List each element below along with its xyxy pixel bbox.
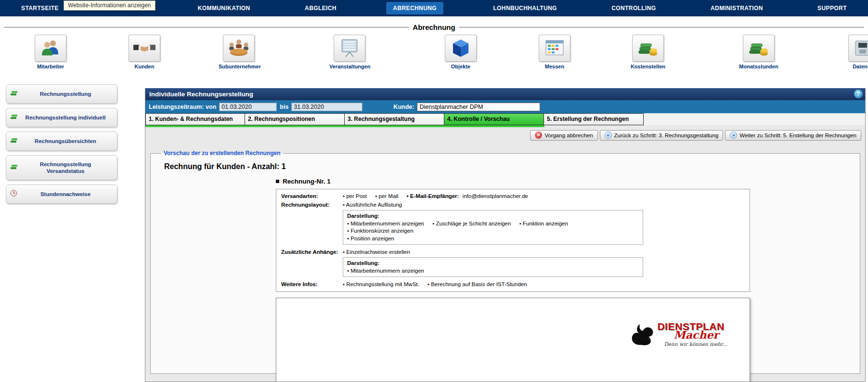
versand-email-value: info@dienstplanmacher.de <box>463 193 528 199</box>
nav-item-administration[interactable]: ADMINISTRATION <box>706 2 768 14</box>
filter-bar: Leistungszeitraum: von bis Kunde: <box>145 100 865 113</box>
weitere-info: • Berechnung auf Basis der IST-Stunden <box>428 281 527 287</box>
sidebar-item-rechnungsstellung-versandstatus[interactable]: Rechnungsstellung Versandstatus <box>6 155 117 180</box>
tab-1-kunden-rechnungsdaten[interactable]: 1. Kunden- & Rechnungsdaten <box>145 113 245 125</box>
nav-item-support[interactable]: SUPPORT <box>813 2 852 14</box>
to-label: bis <box>280 104 288 110</box>
toolbar-label: Objekte <box>440 64 481 69</box>
meeting-table-icon <box>228 39 250 57</box>
nav-item-lohnbuchhaltung[interactable]: LOHNBUCHHALTUNG <box>488 2 561 14</box>
cancel-process-button[interactable]: ✕ Vorgang abbrechen <box>530 130 597 141</box>
preview-fieldset: Vorschau der zu erstellenden Rechnungen … <box>150 150 860 374</box>
next-step-button[interactable]: » Weiter zu Schritt: 5. Erstellung der R… <box>725 130 861 141</box>
page-title-row: Abrechnung <box>0 22 868 32</box>
help-icon[interactable]: ? <box>854 90 863 98</box>
nav-item-startseite[interactable]: STARTSEITE <box>16 2 64 14</box>
toolbar-label: Messen <box>534 64 575 69</box>
tab-3-rechnungsgestaltung[interactable]: 3. Rechnungsgestaltung <box>345 113 444 125</box>
tab-5-erstellung-der-rechnungen[interactable]: 5. Erstellung der Rechnungen <box>544 113 644 125</box>
customer-input[interactable] <box>417 103 540 111</box>
invoice-document-preview: DIENSTPLAN Macher Denn wir können mehr..… <box>276 298 750 382</box>
sidebar-item-label: Stundennachweise <box>40 191 91 198</box>
layout-darstellung-box: Darstellung: • Mitarbeiternummern anzeig… <box>343 210 643 245</box>
cancel-label: Vorgang abbrechen <box>544 132 593 138</box>
nav-item-abgleich[interactable]: ABGLEICH <box>300 2 341 14</box>
tab-2-rechnungspositionen[interactable]: 2. Rechnungspositionen <box>245 113 345 125</box>
sidebar-item-label: Rechnungsübersichten <box>35 138 96 145</box>
cancel-icon: ✕ <box>535 132 542 139</box>
sidebar-item-rechnungsstellung-individuell[interactable]: Rechnungsstellung individuell <box>6 108 117 127</box>
billing-icon <box>10 113 18 122</box>
panel-header: Individuelle Rechnungserstellung ? <box>145 88 865 100</box>
wizard-action-bar: ✕ Vorgang abbrechen « Zurück zu Schritt:… <box>145 127 865 143</box>
billing-icon <box>10 90 18 98</box>
sidebar-item-rechnungsuebersichten[interactable]: Rechnungsübersichten <box>6 132 117 151</box>
toolbar-button-messen[interactable]: Messen <box>534 35 575 69</box>
nav-item-controlling[interactable]: CONTROLLING <box>607 2 661 14</box>
logo-tagline: Denn wir können mehr... <box>664 341 727 347</box>
date-to-input[interactable] <box>291 103 363 111</box>
back-label: Zurück zu Schritt: 3. Rechnungsgestaltun… <box>614 132 719 138</box>
invoice-number-heading: Rechnung-Nr. 1 <box>276 178 855 185</box>
title-rule-right <box>459 27 864 27</box>
sidebar-item-label: Rechnungsstellung <box>40 91 91 97</box>
page-title: Abrechnung <box>413 23 455 31</box>
handshake-icon <box>133 40 155 56</box>
darstellung-label: Darstellung: <box>347 260 639 267</box>
versand-post: • per Post <box>343 193 367 199</box>
squirrel-icon <box>629 321 655 346</box>
employees-icon <box>40 39 61 57</box>
toolbar-label: Daten-Ex <box>844 64 868 69</box>
nav-item-abrechnung[interactable]: ABRECHNUNG <box>386 2 443 14</box>
tab-4-kontrolle-vorschau[interactable]: 4. Kontrolle / Vorschau <box>444 113 544 125</box>
next-label: Weiter zu Schritt: 5. Erstellung der Rec… <box>739 132 856 138</box>
sidebar-item-label: Rechnungsstellung Versandstatus <box>21 161 110 175</box>
anhaenge-darstellung-box: Darstellung: • Mitarbeiternummern anzeig… <box>343 257 643 277</box>
sidebar-item-label: Rechnungsstellung individuell <box>26 114 106 121</box>
toolbar-label: Monatsstunden <box>738 64 779 69</box>
sidebar-item-stundennachweise[interactable]: Stundennachweise <box>6 184 117 204</box>
anhaenge-row: Zusätzliche Anhänge: • Einzelnachweise e… <box>276 248 750 256</box>
layout-option: • Funktion anzeigen <box>519 221 568 226</box>
money-stack-icon <box>748 39 769 57</box>
toolbar-label: Subunternehmer <box>219 64 259 69</box>
detail-label: Versandarten: <box>281 193 343 199</box>
back-arrows-icon: « <box>605 132 612 139</box>
data-export-icon <box>854 39 868 57</box>
preview-legend: Vorschau der zu erstellenden Rechnungen <box>161 150 283 157</box>
customer-label: Kunde: <box>393 104 414 110</box>
versand-mail: • per Mail <box>375 193 398 199</box>
toolbar-button-kunden[interactable]: Kunden <box>124 35 165 69</box>
panel-title: Individuelle Rechnungserstellung <box>149 91 253 98</box>
weitere-infos-row: Weitere Infos: • Rechnungsstellung mit M… <box>276 280 750 289</box>
date-from-input[interactable] <box>219 103 277 111</box>
toolbar-button-objekte[interactable]: Objekte <box>440 35 481 69</box>
calendar-icon <box>544 39 565 57</box>
detail-label: Zusätzliche Anhänge: <box>281 249 343 255</box>
invoice-details-box: Versandarten: • per Post • per Mail • E-… <box>276 189 750 292</box>
toolbar-button-veranstaltungen[interactable]: Veranstaltungen <box>329 35 370 69</box>
square-bullet <box>276 180 279 183</box>
toolbar-button-mitarbeiter[interactable]: Mitarbeiter <box>30 35 71 69</box>
billing-icon <box>10 137 18 145</box>
layout-option: • Zuschläge je Schicht anzeigen <box>432 221 511 226</box>
weitere-info: • Rechnungsstellung mit MwSt. <box>343 281 419 287</box>
back-step-button[interactable]: « Zurück zu Schritt: 3. Rechnungsgestalt… <box>600 130 724 141</box>
nav-item-kommunikation[interactable]: KOMMUNIKATION <box>193 2 255 14</box>
sidebar: Rechnungsstellung Rechnungsstellung indi… <box>6 84 117 204</box>
planning-board-icon <box>339 39 360 58</box>
browser-tooltip: Website-Informationen anzeigen <box>64 0 155 11</box>
toolbar-button-monatsstunden[interactable]: Monatsstunden <box>738 35 779 69</box>
toolbar-button-kostenstellen[interactable]: Kostenstellen <box>628 35 668 69</box>
toolbar-label: Kostenstellen <box>628 64 668 69</box>
sidebar-item-rechnungsstellung[interactable]: Rechnungsstellung <box>6 84 117 104</box>
module-toolbar: Mitarbeiter Kunden <box>0 35 868 73</box>
rechnungslayout-row: Rechnungslayout: • Ausführliche Auflistu… <box>276 200 750 209</box>
toolbar-label: Veranstaltungen <box>329 64 370 69</box>
panel-body: Vorschau der zu erstellenden Rechnungen … <box>145 143 865 373</box>
anhaenge-value: • Einzelnachweise erstellen <box>343 249 410 255</box>
wizard-tabs: 1. Kunden- & Rechnungsdaten 2. Rechnungs… <box>145 113 865 125</box>
toolbar-button-subunternehmer[interactable]: Subunternehmer <box>219 35 259 69</box>
toolbar-button-daten-export[interactable]: Daten-Ex <box>844 35 868 69</box>
invoice-wizard-panel: Individuelle Rechnungserstellung ? Leist… <box>145 88 866 382</box>
